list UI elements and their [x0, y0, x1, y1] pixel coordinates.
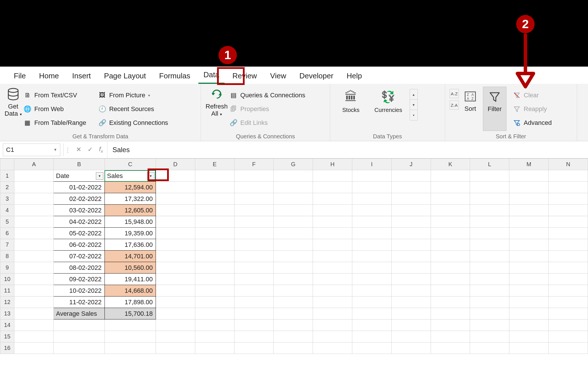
row-header-10[interactable]: 10 — [0, 274, 14, 285]
row-header-8[interactable]: 8 — [0, 251, 14, 262]
cell-B9[interactable]: 08-02-2022 — [54, 262, 105, 274]
cell-B8[interactable]: 07-02-2022 — [54, 251, 105, 262]
cell-G14[interactable] — [274, 319, 313, 331]
cell-E10[interactable] — [195, 274, 234, 285]
cell-I16[interactable] — [352, 342, 392, 354]
cell-I12[interactable] — [352, 297, 392, 308]
row-header-14[interactable]: 14 — [0, 319, 14, 331]
cell-B1-date-header[interactable]: Date▼ — [54, 170, 105, 182]
cell-A12[interactable] — [14, 297, 54, 308]
cell-B13-average-label[interactable]: Average Sales — [54, 308, 105, 319]
cell-N4[interactable] — [549, 205, 588, 216]
cell-D13[interactable] — [156, 308, 195, 319]
column-header-F[interactable]: F — [234, 159, 274, 170]
cell-D14[interactable] — [156, 319, 195, 331]
tab-file[interactable]: File — [9, 67, 31, 84]
cell-C7[interactable]: 17,636.00 — [105, 239, 156, 251]
cell-J2[interactable] — [391, 182, 431, 193]
cell-L5[interactable] — [470, 216, 509, 228]
cell-M13[interactable] — [509, 308, 549, 319]
cell-K8[interactable] — [431, 251, 470, 262]
row-header-9[interactable]: 9 — [0, 262, 14, 274]
row-header-12[interactable]: 12 — [0, 297, 14, 308]
cell-E13[interactable] — [195, 308, 234, 319]
cell-F4[interactable] — [234, 205, 274, 216]
cell-K14[interactable] — [431, 319, 470, 331]
cell-I8[interactable] — [352, 251, 392, 262]
cell-D11[interactable] — [156, 285, 195, 297]
cell-N14[interactable] — [549, 319, 588, 331]
cell-G4[interactable] — [274, 205, 313, 216]
cell-B16[interactable] — [54, 342, 105, 354]
from-text-csv-button[interactable]: 🗎From Text/CSV — [22, 88, 88, 102]
cell-D5[interactable] — [156, 216, 195, 228]
cell-A13[interactable] — [14, 308, 54, 319]
cell-I1[interactable] — [352, 170, 392, 182]
cell-J9[interactable] — [391, 262, 431, 274]
row-header-11[interactable]: 11 — [0, 285, 14, 297]
cell-F12[interactable] — [234, 297, 274, 308]
tab-formulas[interactable]: Formulas — [154, 67, 195, 84]
column-header-K[interactable]: K — [431, 159, 470, 170]
queries-connections-button[interactable]: ▤Queries & Connections — [228, 88, 307, 102]
cell-J1[interactable] — [391, 170, 431, 182]
cell-J10[interactable] — [391, 274, 431, 285]
cell-H10[interactable] — [313, 274, 352, 285]
cell-K4[interactable] — [431, 205, 470, 216]
cell-L1[interactable] — [470, 170, 509, 182]
cell-L14[interactable] — [470, 319, 509, 331]
from-table-range-button[interactable]: ▦From Table/Range — [22, 116, 88, 130]
cell-F15[interactable] — [234, 331, 274, 342]
cell-K12[interactable] — [431, 297, 470, 308]
cell-M10[interactable] — [509, 274, 549, 285]
cell-I11[interactable] — [352, 285, 392, 297]
cell-M4[interactable] — [509, 205, 549, 216]
cell-B11[interactable]: 10-02-2022 — [54, 285, 105, 297]
cell-A8[interactable] — [14, 251, 54, 262]
enter-formula-button[interactable]: ✓ — [88, 146, 93, 153]
cell-F9[interactable] — [234, 262, 274, 274]
cell-D4[interactable] — [156, 205, 195, 216]
cell-N12[interactable] — [549, 297, 588, 308]
cell-J12[interactable] — [391, 297, 431, 308]
cell-J4[interactable] — [391, 205, 431, 216]
cell-K10[interactable] — [431, 274, 470, 285]
cell-D7[interactable] — [156, 239, 195, 251]
advanced-filter-button[interactable]: Advanced — [511, 116, 554, 130]
cell-M14[interactable] — [509, 319, 549, 331]
cell-E6[interactable] — [195, 228, 234, 239]
row-header-15[interactable]: 15 — [0, 331, 14, 342]
cell-L15[interactable] — [470, 331, 509, 342]
cell-K13[interactable] — [431, 308, 470, 319]
cell-A11[interactable] — [14, 285, 54, 297]
cell-B14[interactable] — [54, 319, 105, 331]
cell-I9[interactable] — [352, 262, 392, 274]
cell-D2[interactable] — [156, 182, 195, 193]
cell-B7[interactable]: 06-02-2022 — [54, 239, 105, 251]
cell-J14[interactable] — [391, 319, 431, 331]
cell-I6[interactable] — [352, 228, 392, 239]
cell-E12[interactable] — [195, 297, 234, 308]
cell-G2[interactable] — [274, 182, 313, 193]
cell-E14[interactable] — [195, 319, 234, 331]
spreadsheet-grid[interactable]: ABCDEFGHIJKLMN1Date▼Sales▼201-02-202212,… — [0, 158, 588, 372]
cell-M1[interactable] — [509, 170, 549, 182]
sort-asc-button[interactable]: A↓Z — [450, 89, 459, 98]
tab-page-layout[interactable]: Page Layout — [99, 67, 151, 84]
cell-J8[interactable] — [391, 251, 431, 262]
cell-I10[interactable] — [352, 274, 392, 285]
cell-M12[interactable] — [509, 297, 549, 308]
column-header-N[interactable]: N — [549, 159, 588, 170]
cell-B15[interactable] — [54, 331, 105, 342]
cell-E15[interactable] — [195, 331, 234, 342]
cell-A9[interactable] — [14, 262, 54, 274]
cell-I14[interactable] — [352, 319, 392, 331]
filter-button[interactable]: Filter — [483, 87, 506, 131]
cell-I4[interactable] — [352, 205, 392, 216]
filter-dropdown-date[interactable]: ▼ — [96, 172, 103, 180]
cell-C13-average-value[interactable]: 15,700.18 — [105, 308, 156, 319]
cell-K3[interactable] — [431, 193, 470, 205]
cell-E5[interactable] — [195, 216, 234, 228]
cell-G5[interactable] — [274, 216, 313, 228]
cell-H11[interactable] — [313, 285, 352, 297]
